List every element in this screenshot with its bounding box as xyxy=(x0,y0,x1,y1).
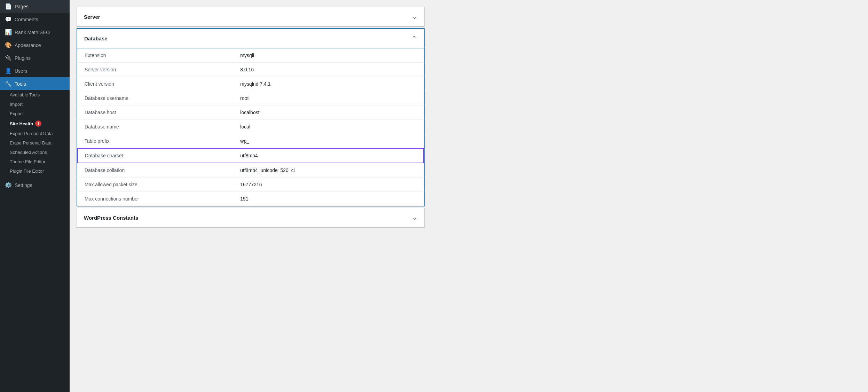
wp-constants-chevron-icon: ⌄ xyxy=(412,214,417,221)
db-table-row: Database collationutf8mb4_unicode_520_ci xyxy=(78,163,424,178)
main-content: Server ⌄ Database ⌃ ExtensionmysqliServe… xyxy=(70,0,868,392)
sidebar-item-appearance[interactable]: 🎨 Appearance xyxy=(0,39,70,52)
database-section: Database ⌃ ExtensionmysqliServer version… xyxy=(77,28,425,206)
sidebar-item-users[interactable]: 👤 Users xyxy=(0,64,70,77)
server-section-header[interactable]: Server ⌄ xyxy=(77,7,424,26)
sidebar-item-plugins[interactable]: 🔌 Plugins xyxy=(0,52,70,64)
sidebar-sub-scheduled-actions[interactable]: Scheduled Actions xyxy=(0,148,70,157)
db-table-row: Database charsetutf8mb4 xyxy=(78,148,424,163)
database-section-title: Database xyxy=(84,36,108,41)
wp-constants-section: WordPress Constants ⌄ xyxy=(77,208,425,228)
comments-icon: 💬 xyxy=(5,16,12,23)
sidebar-sub-erase-personal[interactable]: Erase Personal Data xyxy=(0,138,70,148)
db-table-row: Table prefixwp_ xyxy=(78,134,424,149)
sidebar-item-pages[interactable]: 📄 Pages xyxy=(0,0,70,13)
sidebar-sub-export-personal[interactable]: Export Personal Data xyxy=(0,129,70,138)
db-table-row: Database hostlocalhost xyxy=(78,105,424,120)
db-table-row: Database usernameroot xyxy=(78,91,424,105)
db-table-row: Extensionmysqli xyxy=(78,48,424,63)
settings-icon: ⚙️ xyxy=(5,182,12,188)
plugins-icon: 🔌 xyxy=(5,55,12,61)
sidebar-sub-site-health[interactable]: Site Health 1 xyxy=(0,118,70,129)
database-chevron-icon: ⌃ xyxy=(412,34,417,42)
wp-constants-section-title: WordPress Constants xyxy=(84,215,138,221)
sidebar-item-settings[interactable]: ⚙️ Settings xyxy=(0,179,70,191)
sidebar-item-rank-math-seo[interactable]: 📊 Rank Math SEO xyxy=(0,26,70,39)
db-table-row: Client versionmysqlnd 7.4.1 xyxy=(78,77,424,91)
server-section: Server ⌄ xyxy=(77,7,425,27)
db-table-row: Database namelocal xyxy=(78,120,424,134)
site-health-badge: 1 xyxy=(35,120,41,127)
sidebar: 📄 Pages 💬 Comments 📊 Rank Math SEO 🎨 App… xyxy=(0,0,70,392)
db-table-row: Max connections number151 xyxy=(78,192,424,206)
sidebar-sub-available-tools[interactable]: Available Tools xyxy=(0,90,70,100)
sidebar-sub-theme-file-editor[interactable]: Theme File Editor xyxy=(0,157,70,166)
db-table-row: Max allowed packet size16777216 xyxy=(78,178,424,192)
sidebar-sub-import[interactable]: Import xyxy=(0,100,70,109)
users-icon: 👤 xyxy=(5,68,12,74)
sidebar-sub-export[interactable]: Export xyxy=(0,109,70,118)
sidebar-sub-plugin-file-editor[interactable]: Plugin File Editor xyxy=(0,166,70,176)
tools-icon: 🔧 xyxy=(5,80,12,87)
server-section-title: Server xyxy=(84,14,100,20)
wp-constants-section-header[interactable]: WordPress Constants ⌄ xyxy=(77,208,424,227)
appearance-icon: 🎨 xyxy=(5,42,12,48)
db-table-row: Server version8.0.16 xyxy=(78,63,424,77)
rank-math-icon: 📊 xyxy=(5,29,12,36)
database-section-header[interactable]: Database ⌃ xyxy=(77,29,424,48)
database-info-table: ExtensionmysqliServer version8.0.16Clien… xyxy=(77,48,424,206)
sidebar-item-tools[interactable]: 🔧 Tools xyxy=(0,77,70,90)
pages-icon: 📄 xyxy=(5,3,12,10)
server-chevron-icon: ⌄ xyxy=(412,13,417,21)
sidebar-item-comments[interactable]: 💬 Comments xyxy=(0,13,70,26)
